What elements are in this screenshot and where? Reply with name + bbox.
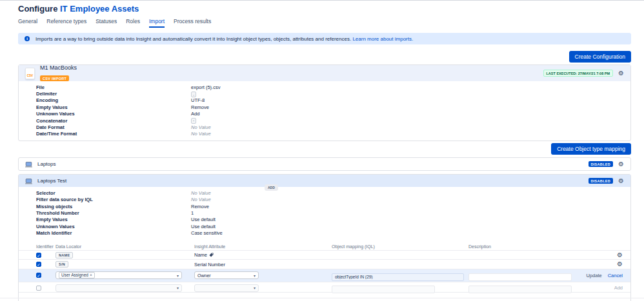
attribute-mapping-table: Identifier Data Locator Insight Attribut… [19, 243, 630, 301]
data-locator-select-empty[interactable]: ▾ [55, 284, 182, 292]
tab-process-results[interactable]: Process results [174, 18, 211, 28]
col-description: Description [468, 244, 577, 249]
field-row-date-format: Date Format No Value [19, 124, 630, 130]
field-row-datetime-format: Date/Time Format No Value [19, 131, 630, 137]
csv-file-icon: CSV [25, 68, 35, 79]
col-insight-attribute: Insight Attribute [194, 244, 332, 249]
tab-statuses[interactable]: Statuses [96, 18, 117, 28]
create-configuration-button[interactable]: Create Configuration [569, 51, 631, 63]
chevron-down-icon: ▾ [254, 273, 256, 278]
mapping-panel-laptops-test: Laptops Test DISABLED ⚙ ADD Selector No … [18, 174, 631, 301]
col-identifier: Identifier [36, 244, 55, 249]
insight-attribute-label: Serial Number [194, 262, 225, 267]
field-value-delimiter: , [191, 92, 196, 97]
mapping-name-laptops-test: Laptops Test [37, 178, 66, 184]
field-value-threshold-number: 1 [191, 210, 194, 216]
table-row-new: ▾ ▾ Add [19, 282, 630, 293]
update-button[interactable]: Update [586, 273, 601, 278]
mapping-panel-laptops: Laptops DISABLED ⚙ [18, 157, 631, 171]
selected-locator-tag: User Assigned× [59, 272, 95, 278]
col-object-mapping-iql: Object mapping (IQL) [332, 244, 468, 249]
laptop-icon [25, 159, 32, 170]
data-locator-select[interactable]: User Assigned× ▾ [55, 271, 182, 279]
data-locator-badge: NAME [55, 252, 73, 258]
table-header-row: Identifier Data Locator Insight Attribut… [19, 243, 630, 251]
field-value-datetime-format: No Value [191, 131, 211, 137]
config-tabs: General Reference types Statuses Roles I… [18, 18, 631, 28]
field-row-delimiter: Delimiter , [19, 90, 630, 97]
insight-attribute-select-empty[interactable]: ▾ [194, 284, 259, 292]
field-row-selector: Selector No Value [19, 189, 630, 196]
field-row-unknown-values: Unknown Values Add [19, 111, 630, 117]
field-value-unknown-values: Use default [191, 224, 216, 229]
page-title-scheme-name: IT Employee Assets [60, 4, 139, 14]
import-config-gear-icon[interactable]: ⚙ [618, 70, 624, 77]
cancel-button[interactable]: Cancel [608, 273, 623, 278]
mapping-fields: Selector No Value Filter data source by … [19, 187, 630, 240]
field-value-encoding: UTF-8 [191, 97, 205, 103]
field-value-concatenator: - [191, 118, 196, 124]
field-value-file: export (5).csv [191, 84, 220, 90]
imports-info-banner: i Imports are a way to bring outside dat… [18, 33, 631, 44]
data-locator-badge: S/N [55, 261, 68, 267]
import-config-panel: CSV M1 MacBooks CSV IMPORT LAST EXECUTED… [18, 64, 631, 141]
page-title: Configure IT Employee Assets [18, 4, 631, 14]
mapping-header-laptops[interactable]: Laptops DISABLED ⚙ [19, 158, 630, 170]
insight-attribute-select[interactable]: Owner ▾ [194, 271, 259, 279]
tab-roles[interactable]: Roles [126, 18, 140, 28]
mapping-header-laptops-test[interactable]: Laptops Test DISABLED ⚙ [19, 175, 630, 187]
import-config-fields: File export (5).csv Delimiter , Encoding… [19, 81, 630, 141]
disabled-badge-laptops-test: DISABLED [589, 178, 614, 184]
learn-more-link[interactable]: Learn more about imports. [352, 36, 413, 42]
tab-general[interactable]: General [18, 18, 37, 28]
description-input[interactable] [468, 273, 572, 281]
label-tag-icon [209, 253, 214, 257]
row-gear-icon[interactable]: ⚙ [617, 252, 623, 258]
last-executed-badge: LAST EXECUTED: 27/MAY/21 7:08 PM [543, 70, 614, 77]
field-value-empty-values: Remove [191, 104, 209, 110]
selected-attribute: Owner [197, 273, 211, 278]
bottom-divider [0, 298, 644, 298]
field-row-encoding: Encoding UTF-8 [19, 97, 630, 104]
create-object-type-mapping-button[interactable]: Create Object type mapping [551, 143, 631, 155]
add-button: Add [614, 285, 623, 291]
chevron-down-icon: ▾ [254, 286, 256, 290]
chevron-down-icon: ▾ [177, 273, 179, 278]
remove-tag-icon[interactable]: × [90, 273, 92, 277]
field-row-concatenator: Concatenator - [19, 117, 630, 124]
field-row-filter-iql: Filter data source by IQL No Value [19, 197, 630, 203]
field-row-unknown-values: Unknown Values Use default [19, 223, 630, 229]
field-row-empty-values: Empty Values Use default [19, 217, 630, 223]
field-value-unknown-values: Add [191, 111, 199, 117]
info-icon: i [25, 36, 30, 41]
mapping-name-laptops: Laptops [37, 161, 55, 167]
table-row-edit-owner: ✓ User Assigned× ▾ Owner ▾ Update [19, 269, 630, 282]
add-tooltip: ADD [265, 184, 278, 191]
page-title-prefix: Configure [18, 4, 60, 14]
field-row-threshold-number: Threshold Number 1 [19, 209, 630, 216]
disabled-badge-laptops: DISABLED [589, 161, 614, 167]
field-row-missing-objects: Missing objects Remove [19, 203, 630, 209]
tab-import[interactable]: Import [149, 18, 165, 28]
row-gear-icon[interactable]: ⚙ [617, 261, 623, 267]
identifier-checkbox[interactable]: ✓ [36, 253, 41, 258]
table-row-name: ✓ NAME Name ⚙ [19, 251, 630, 260]
import-config-name: M1 MacBooks [40, 64, 77, 71]
field-row-match-identifier: Match Identifier Case sensitive [19, 229, 630, 236]
identifier-checkbox[interactable] [36, 286, 41, 291]
tab-reference-types[interactable]: Reference types [46, 18, 86, 28]
table-row-serial-number: ✓ S/N Serial Number ⚙ [19, 260, 630, 269]
laptops-gear-icon[interactable]: ⚙ [618, 161, 624, 168]
col-data-locator: Data Locator [55, 244, 194, 249]
field-value-match-identifier: Case sensitive [191, 230, 223, 236]
identifier-checkbox[interactable]: ✓ [36, 262, 41, 267]
laptops-test-gear-icon[interactable]: ⚙ [618, 178, 624, 184]
object-mapping-iql-input[interactable] [332, 273, 464, 281]
description-input-empty[interactable] [468, 286, 572, 293]
import-config-header[interactable]: CSV M1 MacBooks CSV IMPORT LAST EXECUTED… [19, 65, 630, 81]
field-value-filter-iql: No Value [191, 197, 211, 202]
csv-import-badge: CSV IMPORT [40, 75, 69, 81]
object-mapping-iql-input-empty[interactable] [332, 286, 435, 293]
identifier-checkbox[interactable]: ✓ [36, 273, 41, 278]
top-divider [0, 0, 644, 1]
